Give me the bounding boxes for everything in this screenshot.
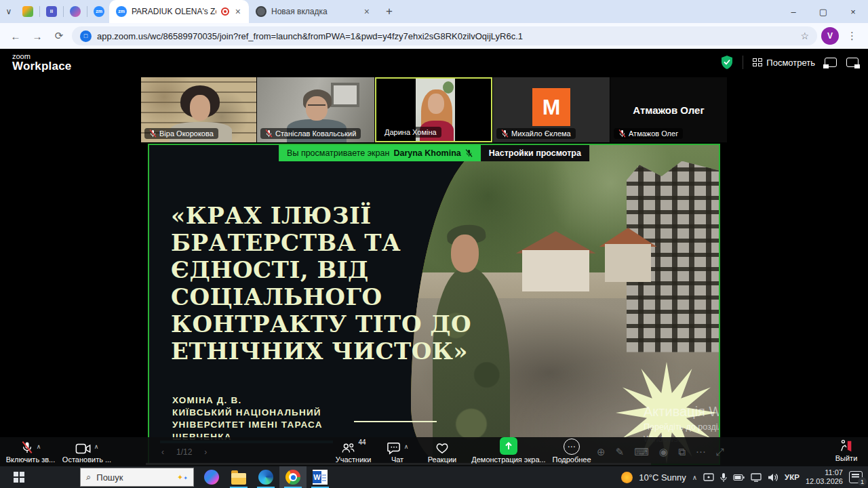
participants-button[interactable]: 44 Участники (331, 439, 376, 464)
tab-close-icon[interactable]: × (363, 6, 371, 17)
popout-window-icon[interactable] (846, 58, 859, 67)
url-text[interactable]: app.zoom.us/wc/86589970035/join?ref_from… (97, 31, 795, 41)
tab-new-tab[interactable]: Новая вкладка × (249, 0, 378, 23)
taskbar-apps: W (198, 466, 334, 488)
clock[interactable]: 11:07 12.03.2026 (806, 468, 843, 486)
address-bar[interactable]: □ app.zoom.us/wc/86589970035/join?ref_fr… (72, 26, 817, 45)
forward-button[interactable]: → (28, 30, 46, 42)
participant-strip: Віра Окорокова Станіслав Ковальський (0, 76, 868, 144)
taskbar-explorer-icon[interactable] (225, 466, 252, 488)
taskbar-word-icon[interactable]: W (307, 466, 334, 488)
pinned-tab-mail-icon[interactable] (65, 3, 85, 20)
banner-text: Вы просматриваете экран (287, 148, 389, 158)
battery-icon[interactable] (733, 474, 745, 481)
broadcast-icon[interactable]: ◉ (659, 446, 668, 458)
divider (39, 6, 40, 17)
pinned-tab-store-icon[interactable] (18, 3, 38, 20)
zoom-header: zoom Workplace Посмотреть (0, 49, 868, 76)
speaker-icon[interactable] (768, 473, 778, 482)
remote-control-icon[interactable]: ⌨ (634, 446, 649, 458)
zoom-in-icon[interactable]: ⊕ (597, 446, 606, 458)
back-button[interactable]: ← (7, 30, 24, 42)
tab-close-icon[interactable]: × (234, 6, 242, 17)
prev-slide-icon[interactable]: ‹ (161, 447, 164, 457)
participant-tile[interactable]: Станіслав Ковальський (257, 77, 374, 142)
profile-avatar[interactable]: V (821, 27, 839, 45)
zoom-favicon: zm (116, 6, 127, 17)
time: 11:07 (806, 468, 843, 477)
language-indicator[interactable]: УКР (785, 473, 800, 481)
recording-icon (221, 7, 229, 16)
browser-tab-strip: ∨ ii zm zm PARADIUK OLENA's Zoom M × Нов… (0, 0, 868, 23)
chat-button[interactable]: ∧ Чат (382, 439, 412, 464)
leave-door-icon (839, 439, 854, 453)
taskbar-search-input[interactable]: ⌕ Пошук ✦✦ (80, 468, 194, 487)
divider (87, 6, 87, 17)
new-tab-button[interactable]: + (378, 5, 401, 18)
minimize-video-icon[interactable] (825, 58, 837, 67)
share-screen-button[interactable]: Демонстрация экра... (468, 439, 549, 464)
annotate-icon[interactable]: ✎ (616, 446, 625, 458)
mic-tray-icon[interactable] (720, 472, 727, 483)
minimize-button[interactable]: – (778, 0, 808, 23)
taskbar-chrome-icon[interactable] (279, 466, 307, 488)
notification-center-icon[interactable]: 1 (849, 471, 863, 483)
reload-button[interactable]: ⟳ (50, 30, 68, 42)
start-button[interactable] (7, 466, 31, 488)
participant-tile-active-speaker[interactable]: Дарина Хоміна (375, 77, 492, 142)
windows-logo-icon (14, 472, 24, 483)
tab-zoom-meeting[interactable]: zm PARADIUK OLENA's Zoom M × (109, 0, 249, 23)
share-screen-icon (500, 437, 517, 455)
network-icon[interactable] (751, 473, 762, 482)
hidden-icons-chevron[interactable]: ∧ (692, 474, 697, 481)
more-button[interactable]: ⋯ Подробнее (551, 439, 593, 464)
view-settings-button[interactable]: Настройки просмотра (481, 145, 589, 161)
participant-tile[interactable]: Атмажов Олег Атмажов Олег (610, 77, 727, 142)
browser-toolbar: ← → ⟳ □ app.zoom.us/wc/86589970035/join?… (0, 23, 868, 49)
close-button[interactable]: × (838, 0, 868, 23)
video-options-chevron[interactable]: ∧ (94, 443, 99, 450)
taskbar-edge-icon[interactable] (252, 466, 279, 488)
muted-mic-icon (265, 129, 273, 138)
participant-name: Атмажов Олег (629, 129, 678, 138)
participant-name: Михайло Єклема (511, 129, 571, 138)
participant-tile[interactable]: Віра Окорокова (141, 77, 256, 142)
weather-sun-icon[interactable] (621, 472, 633, 483)
zoom-toolbar: ∧ Включить зв... ∧ Остановить ... ‹ 1/12… (0, 437, 868, 466)
cast-icon[interactable] (703, 472, 714, 482)
browser-menu-icon[interactable]: ⋮ (843, 30, 861, 42)
pinned-tab-zoom-icon[interactable]: zm (89, 3, 109, 20)
weather-text[interactable]: 10°C Sunny (639, 472, 686, 483)
dots-icon[interactable]: ⋯ (696, 446, 706, 458)
maximize-button[interactable]: ▢ (808, 0, 838, 23)
site-icon: □ (80, 30, 92, 42)
reactions-button[interactable]: Реакции (423, 439, 461, 464)
chat-options-chevron[interactable]: ∧ (404, 443, 409, 450)
next-slide-icon[interactable]: › (204, 447, 207, 457)
leave-button[interactable]: Выйти (829, 439, 864, 462)
unmute-button[interactable]: ∧ Включить зв... (5, 439, 56, 464)
stop-video-button[interactable]: ∧ Остановить ... (58, 439, 115, 464)
pinned-tab-teams-icon[interactable]: ii (41, 3, 62, 20)
security-shield-icon[interactable] (721, 56, 733, 69)
search-highlights-icon[interactable]: ✦✦ (177, 473, 188, 482)
view-button[interactable]: Посмотреть (753, 58, 815, 68)
muted-mic-icon (618, 129, 626, 138)
presenter-name: Daryna Khomina (393, 148, 460, 158)
tab-search-icon[interactable]: ∨ (0, 7, 18, 16)
pip-icon[interactable]: ⧉ (678, 446, 686, 458)
taskbar-copilot-icon[interactable] (198, 466, 225, 488)
participant-tile[interactable]: M Михайло Єклема (493, 77, 610, 142)
resize-icon[interactable]: ⤢ (716, 446, 724, 458)
participant-avatar: M (532, 88, 570, 126)
bookmark-star-icon[interactable]: ☆ (800, 30, 809, 41)
more-ellipsis-icon: ⋯ (564, 439, 580, 455)
window-controls: – ▢ × (778, 0, 868, 23)
divider (63, 6, 64, 17)
pinned-tabs: ii zm (18, 0, 109, 23)
muted-mic-icon (149, 129, 157, 138)
shared-screen-stage: «КРАХ ІЛЮЗІЇ БРАТЕРСТВА ТА ЄДНОСТІ, ВІД … (0, 144, 868, 466)
windows-taskbar: ⌕ Пошук ✦✦ W 10°C Sunny ∧ (0, 466, 868, 488)
participant-name: Станіслав Ковальський (275, 129, 356, 138)
mic-options-chevron[interactable]: ∧ (37, 443, 41, 450)
